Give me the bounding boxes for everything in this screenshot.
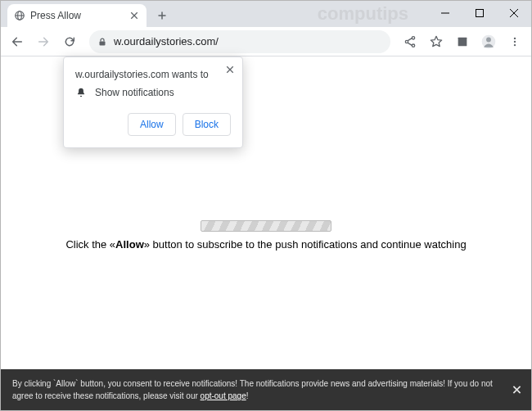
consent-text: By clicking `Allow` button, you consent …	[12, 379, 493, 400]
svg-rect-5	[100, 41, 106, 45]
instruction-post: » button to subscribe to the push notifi…	[144, 238, 467, 251]
globe-icon	[14, 10, 25, 21]
svg-point-11	[486, 37, 491, 42]
extensions-icon[interactable]	[451, 30, 474, 53]
consent-close-icon[interactable]	[512, 386, 521, 395]
instruction-bold: Allow	[115, 238, 144, 251]
profile-icon[interactable]	[477, 30, 500, 53]
new-tab-button[interactable]	[151, 5, 173, 26]
watermark: computips	[318, 3, 408, 25]
bell-icon	[75, 87, 87, 98]
titlebar: computips Press Allow	[1, 1, 531, 27]
consent-text-end: !	[246, 391, 249, 400]
page-content: w.ourdailystories.com wants to Show noti…	[1, 56, 531, 410]
svg-point-12	[514, 37, 516, 38]
svg-point-7	[412, 36, 414, 38]
menu-icon[interactable]	[503, 30, 526, 53]
opt-out-link[interactable]: opt-out page	[201, 391, 246, 400]
instruction-pre: Click the «	[65, 238, 115, 251]
share-icon[interactable]	[399, 30, 422, 53]
popup-actions: Allow Block	[75, 113, 231, 136]
popup-permission-row: Show notifications	[75, 87, 231, 98]
browser-tab[interactable]: Press Allow	[7, 4, 147, 27]
svg-point-14	[514, 43, 516, 45]
main-message: Click the «Allow» button to subscribe to…	[1, 220, 531, 251]
notification-permission-popup: w.ourdailystories.com wants to Show noti…	[63, 56, 243, 148]
popup-permission-label: Show notifications	[95, 87, 174, 98]
back-button[interactable]	[6, 30, 29, 53]
svg-point-6	[405, 40, 408, 43]
svg-rect-4	[476, 10, 484, 17]
tab-close-icon[interactable]	[128, 10, 140, 21]
bookmark-icon[interactable]	[425, 30, 448, 53]
svg-rect-9	[458, 37, 467, 46]
forward-button[interactable]	[32, 30, 55, 53]
svg-point-13	[514, 40, 516, 42]
reload-button[interactable]	[58, 30, 81, 53]
svg-point-8	[412, 44, 414, 47]
allow-button[interactable]: Allow	[128, 113, 176, 136]
block-button[interactable]: Block	[183, 113, 231, 136]
window-close-button[interactable]	[497, 1, 531, 25]
instruction-text: Click the «Allow» button to subscribe to…	[1, 238, 531, 251]
toolbar: w.ourdailystories.com/	[1, 27, 531, 56]
minimize-button[interactable]	[428, 1, 462, 25]
url-text: w.ourdailystories.com/	[114, 35, 382, 47]
address-bar[interactable]: w.ourdailystories.com/	[89, 30, 390, 53]
popup-origin-text: w.ourdailystories.com wants to	[75, 69, 231, 80]
tab-title: Press Allow	[30, 10, 124, 21]
window-controls	[428, 1, 531, 27]
progress-bar	[201, 220, 331, 232]
lock-icon	[97, 37, 107, 47]
tab-strip: Press Allow	[1, 1, 173, 27]
popup-close-icon[interactable]	[226, 65, 234, 74]
browser-window: computips Press Allow	[0, 0, 532, 411]
consent-bar: By clicking `Allow` button, you consent …	[1, 369, 531, 410]
maximize-button[interactable]	[462, 1, 497, 25]
